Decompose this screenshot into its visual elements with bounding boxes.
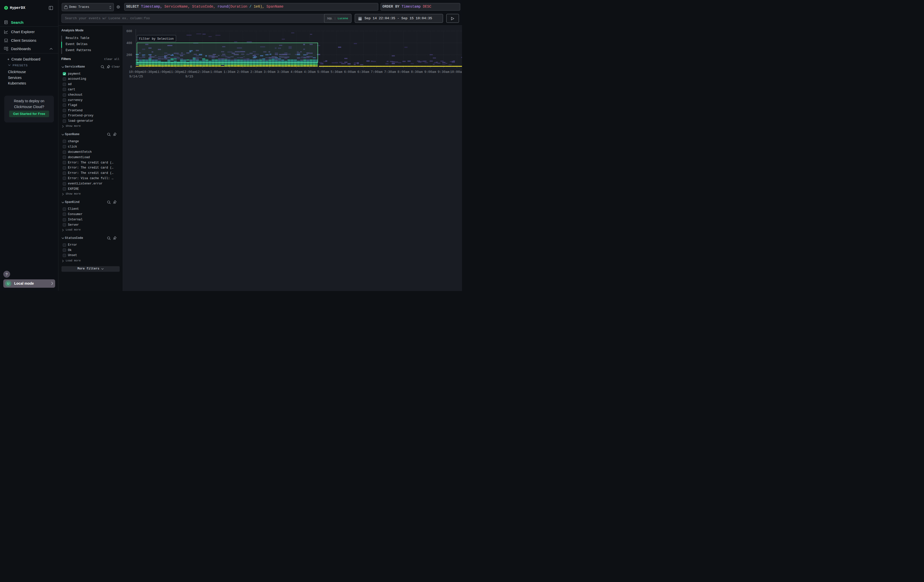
svg-text:400: 400 [126,41,132,45]
svg-text:6:00am: 6:00am [344,70,356,74]
svg-text:12:00am: 12:00am [182,70,196,74]
svg-text:3:00am: 3:00am [264,70,276,74]
svg-text:2:30am: 2:30am [250,70,262,74]
svg-text:9:30am: 9:30am [437,70,449,74]
svg-text:9/15: 9/15 [185,75,193,78]
svg-text:10:30pm: 10:30pm [142,70,156,74]
svg-text:2:00am: 2:00am [237,70,249,74]
svg-text:7:30am: 7:30am [384,70,396,74]
svg-text:11:30pm: 11:30pm [169,70,183,74]
svg-text:Filter by Selection: Filter by Selection [139,37,173,41]
svg-text:4:00am: 4:00am [290,70,302,74]
svg-text:5:30am: 5:30am [330,70,342,74]
svg-text:1:30am: 1:30am [223,70,235,74]
svg-text:5:00am: 5:00am [317,70,329,74]
svg-text:4:30am: 4:30am [304,70,315,74]
svg-text:8:00am: 8:00am [398,70,409,74]
svg-text:10:00pm: 10:00pm [129,70,143,74]
svg-text:0: 0 [130,65,132,69]
svg-text:10:00am: 10:00am [450,70,462,74]
svg-text:9:00am: 9:00am [424,70,436,74]
svg-text:6:30am: 6:30am [357,70,369,74]
svg-text:3:30am: 3:30am [277,70,289,74]
svg-text:7:00am: 7:00am [371,70,383,74]
svg-text:8:30am: 8:30am [411,70,422,74]
svg-text:1:00am: 1:00am [210,70,222,74]
svg-text:600: 600 [126,30,132,33]
svg-text:200: 200 [126,53,132,57]
svg-text:11:00pm: 11:00pm [155,70,169,74]
svg-text:12:30am: 12:30am [196,70,210,74]
svg-text:9/14/25: 9/14/25 [129,75,143,78]
